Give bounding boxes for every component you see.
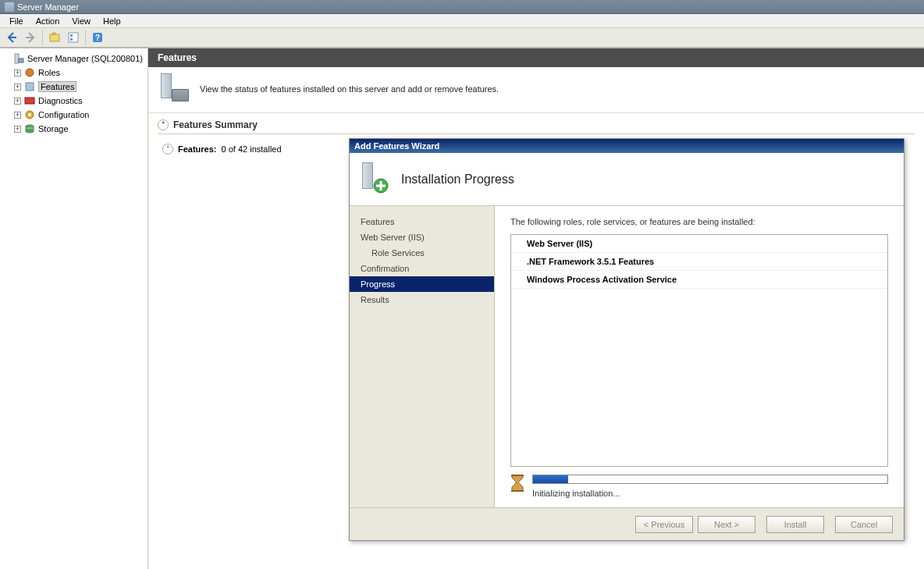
svg-rect-0 <box>50 34 59 41</box>
next-button[interactable]: Next > <box>698 516 755 533</box>
features-page-icon <box>158 73 190 106</box>
hourglass-icon <box>510 475 524 492</box>
content-description: View the status of features installed on… <box>200 73 499 94</box>
tree-root-label: Server Manager (SQL200801) <box>27 54 143 63</box>
expand-icon[interactable]: + <box>14 84 21 91</box>
toolbar: ? <box>0 28 924 48</box>
wizard-nav-confirmation[interactable]: Confirmation <box>350 261 494 276</box>
wizard-banner-title: Installation Progress <box>401 172 514 187</box>
install-item: Web Server (IIS) <box>511 235 887 253</box>
svg-rect-6 <box>15 54 19 63</box>
server-icon <box>12 52 25 65</box>
progress-bar <box>532 475 888 484</box>
window-titlebar: Server Manager <box>0 0 924 14</box>
wizard-nav-webserver[interactable]: Web Server (IIS) <box>350 229 494 245</box>
app-icon <box>5 2 14 12</box>
content-header: Features <box>148 48 924 67</box>
svg-rect-3 <box>70 38 73 41</box>
tree-item-roles[interactable]: + Roles <box>12 66 146 80</box>
features-label: Features: <box>178 144 217 154</box>
svg-rect-10 <box>25 98 34 104</box>
wizard-nav-features[interactable]: Features <box>350 214 494 229</box>
expand-icon[interactable]: + <box>14 112 21 119</box>
features-value: 0 of 42 installed <box>222 144 282 154</box>
window-title: Server Manager <box>17 2 79 12</box>
wizard-titlebar: Add Features Wizard <box>350 139 904 153</box>
properties-icon <box>67 31 80 44</box>
svg-rect-7 <box>19 59 23 62</box>
menu-help[interactable]: Help <box>97 15 127 27</box>
svg-point-12 <box>28 113 31 116</box>
toolbar-separator <box>85 30 86 45</box>
tree-item-features[interactable]: + Features <box>12 80 146 94</box>
menubar: File Action View Help <box>0 14 924 28</box>
forward-button[interactable] <box>22 29 39 46</box>
previous-button[interactable]: < Previous <box>635 516 693 533</box>
tree-root[interactable]: Server Manager (SQL200801) <box>2 52 146 66</box>
features-icon <box>23 80 36 93</box>
arrow-right-icon <box>24 31 37 44</box>
install-item: .NET Framework 3.5.1 Features <box>511 253 887 271</box>
tree-item-diagnostics[interactable]: + Diagnostics <box>12 94 146 108</box>
storage-icon <box>23 123 36 135</box>
back-button[interactable] <box>3 29 20 46</box>
install-list: Web Server (IIS) .NET Framework 3.5.1 Fe… <box>510 234 888 467</box>
summary-title: Features Summary <box>173 119 258 130</box>
menu-file[interactable]: File <box>3 15 30 27</box>
wizard-banner: Installation Progress <box>350 153 904 206</box>
wizard-nav-results[interactable]: Results <box>350 292 494 308</box>
menu-action[interactable]: Action <box>30 15 66 27</box>
wizard-nav-progress[interactable]: Progress <box>350 276 494 292</box>
svg-rect-17 <box>511 475 524 476</box>
wizard-button-row: < Previous Next > Install Cancel <box>350 507 904 540</box>
help-icon: ? <box>91 31 104 44</box>
svg-point-15 <box>26 130 34 133</box>
tree-item-storage[interactable]: + Storage <box>12 122 146 136</box>
progress-text: Initializing installation... <box>532 489 888 498</box>
progress-fill <box>533 475 568 483</box>
plus-icon <box>373 178 389 194</box>
expand-icon[interactable]: + <box>14 126 21 133</box>
arrow-left-icon <box>5 31 18 44</box>
svg-text:?: ? <box>95 34 100 42</box>
install-button[interactable]: Install <box>766 516 824 533</box>
tree-item-configuration[interactable]: + Configuration <box>12 108 146 122</box>
wizard-content: The following roles, role services, or f… <box>494 206 904 507</box>
svg-rect-9 <box>26 83 34 91</box>
properties-button[interactable] <box>65 29 82 46</box>
wizard-icon <box>357 162 392 197</box>
toolbar-separator <box>42 30 43 45</box>
roles-icon <box>23 66 36 79</box>
expand-icon[interactable]: + <box>14 98 21 105</box>
refresh-button[interactable] <box>46 29 63 46</box>
menu-view[interactable]: View <box>66 15 97 27</box>
wizard-nav: Features Web Server (IIS) Role Services … <box>350 206 494 507</box>
configuration-icon <box>23 108 36 121</box>
navigation-tree: Server Manager (SQL200801) + Roles + Fea… <box>0 48 148 569</box>
svg-rect-2 <box>70 34 73 37</box>
chevron-up-icon: ˄ <box>162 144 173 155</box>
diagnostics-icon <box>23 94 36 107</box>
expand-icon[interactable]: + <box>14 69 21 76</box>
cancel-button[interactable]: Cancel <box>835 516 893 533</box>
help-button[interactable]: ? <box>89 29 106 46</box>
install-item: Windows Process Activation Service <box>511 271 887 289</box>
svg-point-8 <box>26 69 34 76</box>
svg-rect-1 <box>69 33 78 42</box>
features-summary-header[interactable]: ˄ Features Summary <box>158 119 915 134</box>
wizard-nav-roleservices[interactable]: Role Services <box>350 245 494 261</box>
chevron-up-icon: ˄ <box>158 119 169 130</box>
wizard-intro-text: The following roles, role services, or f… <box>510 217 888 226</box>
add-features-wizard: Add Features Wizard Installation Progres… <box>349 138 904 541</box>
folder-refresh-icon <box>48 31 61 44</box>
svg-rect-18 <box>511 490 524 492</box>
